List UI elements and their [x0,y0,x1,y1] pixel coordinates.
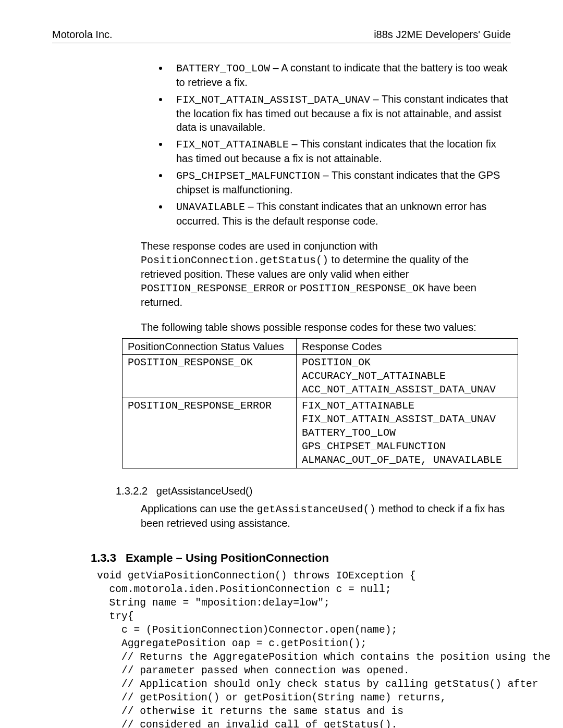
list-item: FIX_NOT_ATTAIN_ASSIST_DATA_UNAV – This c… [169,92,511,134]
list-item: BATTERY_TOO_LOW – A constant to indicate… [169,61,511,89]
text: These response codes are used in conjunc… [141,240,378,252]
paragraph: These response codes are used in conjunc… [52,239,511,309]
list-item: UNAVAILABLE – This constant indicates th… [169,200,511,228]
running-header: Motorola Inc. i88s J2ME Developers' Guid… [52,29,511,41]
subsection-heading: 1.3.2.2 getAssistanceUsed() [52,484,511,498]
response-codes-table: PositionConnection Status Values Respons… [122,338,518,468]
section-title: getAssistanceUsed() [156,485,253,497]
table-row: POSITION_RESPONSE_OK POSITION_OK ACCURAC… [123,355,518,398]
table-header: PositionConnection Status Values [123,339,297,355]
inline-code: PositionConnection.getStatus() [141,254,328,266]
table-cell: POSITION_RESPONSE_OK [123,355,297,398]
table-cell: FIX_NOT_ATTAINABLE FIX_NOT_ATTAIN_ASSIST… [296,398,518,468]
page: Motorola Inc. i88s J2ME Developers' Guid… [0,0,563,728]
constants-list: BATTERY_TOO_LOW – A constant to indicate… [52,61,511,228]
const-name: FIX_NOT_ATTAIN_ASSIST_DATA_UNAV [176,94,370,106]
text: or [285,282,300,293]
header-left: Motorola Inc. [52,29,113,41]
const-name: FIX_NOT_ATTAINABLE [176,139,289,151]
table-cell: POSITION_OK ACCURACY_NOT_ATTAINABLE ACC_… [296,355,518,398]
list-item: FIX_NOT_ATTAINABLE – This constant indic… [169,137,511,165]
table-header-row: PositionConnection Status Values Respons… [123,339,518,355]
inline-code: POSITION_RESPONSE_ERROR [141,282,285,294]
const-name: BATTERY_TOO_LOW [176,63,270,75]
section-number: 1.3.3 [91,551,116,566]
body: BATTERY_TOO_LOW – A constant to indicate… [52,43,511,728]
text: Applications can use the [141,503,256,514]
const-name: GPS_CHIPSET_MALFUNCTION [176,170,320,182]
list-item: GPS_CHIPSET_MALFUNCTION – This constant … [169,168,511,196]
section-heading: 1.3.3 Example – Using PositionConnection [52,551,511,566]
section-number: 1.3.2.2 [116,485,148,497]
code-block: void getViaPositionConnection() throws I… [97,569,511,728]
paragraph: Applications can use the getAssistanceUs… [52,502,511,530]
paragraph: The following table shows possible respo… [52,320,511,334]
table-header: Response Codes [296,339,518,355]
header-right: i88s J2ME Developers' Guide [374,29,511,41]
table-row: POSITION_RESPONSE_ERROR FIX_NOT_ATTAINAB… [123,398,518,468]
table-cell: POSITION_RESPONSE_ERROR [123,398,297,468]
inline-code: getAssistanceUsed() [256,503,375,515]
inline-code: POSITION_RESPONSE_OK [300,282,425,294]
const-name: UNAVAILABLE [176,201,245,213]
section-title: Example – Using PositionConnection [126,551,329,566]
